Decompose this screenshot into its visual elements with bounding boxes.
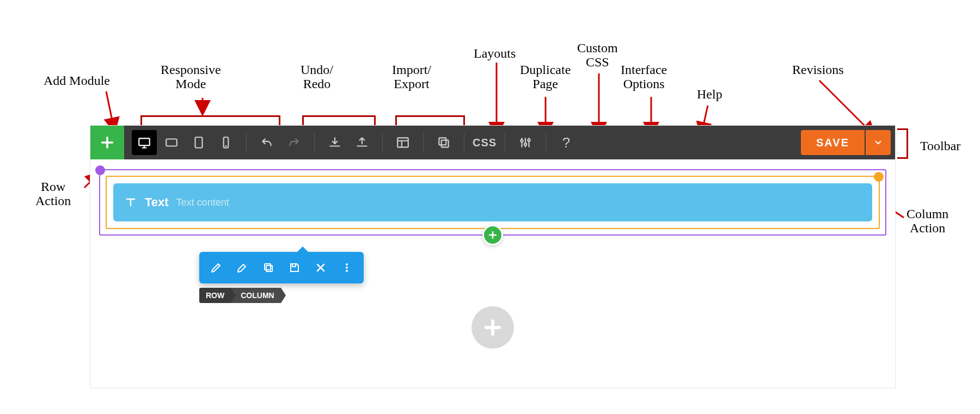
duplicate-icon — [437, 135, 451, 150]
interface-options-button[interactable] — [513, 130, 538, 155]
clone-button[interactable] — [257, 256, 280, 279]
tablet-portrait-icon — [192, 135, 206, 150]
import-export-group — [315, 126, 382, 159]
tablet-landscape-icon — [164, 135, 179, 150]
responsive-mode-group — [124, 126, 246, 159]
help-icon: ? — [562, 134, 570, 151]
label-import-export: Import/ Export — [392, 63, 431, 91]
svg-rect-22 — [439, 138, 446, 145]
editor-panel: CSS ? SAVE — [90, 125, 896, 388]
tablet-portrait-button[interactable] — [186, 130, 211, 155]
row-action-handle[interactable] — [95, 165, 105, 175]
singles-group — [383, 126, 423, 159]
bracket-undo-redo — [302, 115, 376, 126]
import-icon — [328, 135, 342, 150]
svg-point-30 — [346, 267, 348, 269]
layouts-button[interactable] — [390, 130, 415, 155]
import-button[interactable] — [322, 130, 347, 155]
save-group: SAVE — [801, 130, 891, 155]
duplicate-page-button[interactable] — [431, 130, 456, 155]
more-button[interactable] — [335, 256, 358, 279]
column[interactable]: Text Text content — [106, 176, 880, 229]
label-add-module: Add Module — [44, 73, 110, 88]
custom-css-button[interactable]: CSS — [472, 130, 497, 155]
toolbar: CSS ? SAVE — [90, 126, 895, 159]
new-row-button[interactable] — [471, 306, 514, 349]
tablet-landscape-button[interactable] — [159, 130, 184, 155]
label-column-action: Column Action — [906, 207, 948, 236]
svg-rect-15 — [139, 138, 150, 145]
delete-button[interactable] — [309, 256, 332, 279]
svg-point-29 — [346, 263, 348, 265]
svg-point-19 — [225, 145, 226, 146]
close-icon — [314, 261, 327, 274]
sliders-icon — [518, 135, 532, 150]
label-custom-css: Custom CSS — [577, 41, 618, 70]
add-module-inline-button[interactable] — [482, 225, 503, 245]
singles-group: CSS — [464, 126, 505, 159]
label-undo-redo: Undo/ Redo — [301, 63, 333, 91]
breadcrumb-row[interactable]: ROW — [199, 288, 231, 303]
plus-icon — [487, 230, 498, 240]
mobile-icon — [219, 135, 233, 150]
save-module-button[interactable] — [283, 256, 306, 279]
label-row-action: Row Action — [35, 180, 71, 208]
module-title: Text — [145, 195, 169, 209]
more-vertical-icon — [340, 261, 353, 274]
save-button[interactable]: SAVE — [801, 130, 865, 155]
label-responsive-mode: Responsive Mode — [161, 63, 221, 91]
copy-icon — [262, 261, 275, 274]
redo-icon — [287, 135, 301, 150]
action-bar-pointer — [297, 246, 308, 252]
svg-point-24 — [524, 143, 526, 145]
label-help: Help — [697, 87, 722, 101]
label-layouts: Layouts — [474, 46, 516, 60]
help-button[interactable]: ? — [554, 130, 579, 155]
edit-button[interactable] — [205, 256, 228, 279]
svg-point-31 — [346, 270, 348, 272]
canvas: Text Text content — [90, 159, 895, 388]
column-action-handle[interactable] — [874, 172, 884, 182]
pencil-icon — [210, 261, 223, 274]
label-interface-options: Interface Options — [621, 63, 667, 91]
svg-rect-27 — [265, 264, 271, 270]
svg-rect-28 — [292, 264, 296, 267]
style-button[interactable] — [231, 256, 254, 279]
redo-button[interactable] — [281, 130, 307, 155]
text-icon — [124, 196, 137, 209]
breadcrumb-column[interactable]: COLUMN — [231, 288, 280, 303]
plus-icon — [483, 318, 503, 337]
svg-rect-16 — [166, 139, 177, 146]
svg-point-25 — [528, 139, 530, 141]
export-button[interactable] — [350, 130, 375, 155]
svg-rect-26 — [266, 265, 272, 271]
svg-rect-21 — [442, 140, 449, 147]
svg-point-23 — [520, 140, 523, 142]
svg-rect-17 — [195, 137, 203, 148]
save-icon — [288, 261, 301, 274]
singles-group — [505, 126, 546, 159]
undo-button[interactable] — [254, 130, 279, 155]
layouts-icon — [396, 135, 410, 150]
save-dropdown-button[interactable] — [866, 130, 891, 155]
action-bar — [199, 252, 364, 283]
mobile-button[interactable] — [213, 130, 238, 155]
desktop-button[interactable] — [132, 130, 157, 155]
plus-icon — [100, 135, 115, 150]
undo-redo-group — [247, 126, 314, 159]
module-subtitle: Text content — [176, 197, 229, 208]
bracket-import-export — [395, 115, 465, 126]
text-module[interactable]: Text Text content — [113, 183, 872, 221]
undo-icon — [260, 135, 274, 150]
singles-group — [424, 126, 464, 159]
add-module-button[interactable] — [90, 126, 124, 159]
brush-icon — [236, 261, 249, 274]
bracket-responsive — [140, 115, 280, 126]
label-duplicate-page: Duplicate Page — [520, 63, 571, 91]
svg-rect-20 — [397, 138, 408, 147]
desktop-icon — [137, 135, 151, 150]
export-icon — [355, 135, 369, 150]
label-toolbar: Toolbar — [920, 139, 960, 153]
row[interactable]: Text Text content — [99, 169, 886, 236]
bracket-toolbar — [897, 128, 908, 159]
